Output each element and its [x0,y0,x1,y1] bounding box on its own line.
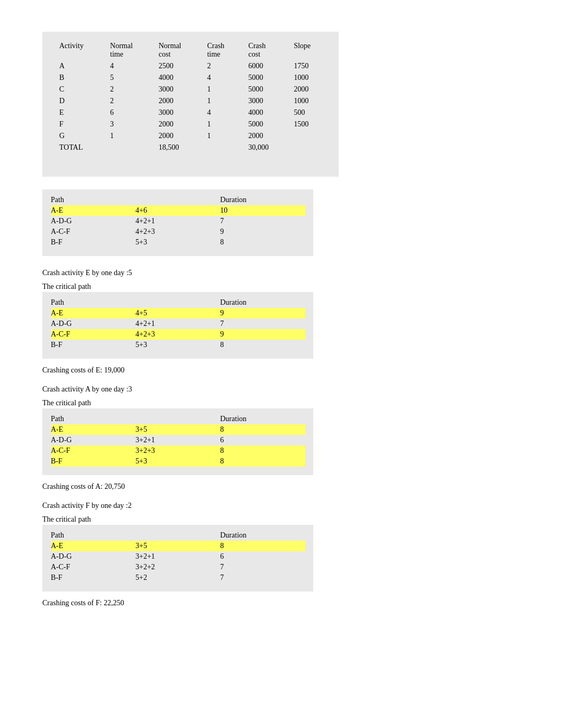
duration-cell: 8 [220,541,305,551]
path-row: A-C-F4+2+39 [51,329,305,340]
duration-cell: 9 [220,308,305,319]
path-row: B-F5+38 [51,456,305,467]
section2-calc-col [135,414,220,424]
table-header-row: Activity Normaltime Normalcost Crashtime… [53,40,328,60]
path-cell: A-E [51,541,135,551]
duration-cell: 7 [220,562,305,572]
path-cell: B-F [51,456,135,467]
table-cell: 500 [287,107,328,119]
calc-cell: 5+3 [135,340,220,350]
initial-paths-table: Path Duration A-E4+610A-D-G4+2+17A-C-F4+… [42,189,313,256]
table-cell: 2000 [242,130,287,142]
calc-cell: 3+5 [135,424,220,435]
calc-cell: 5+3 [135,456,220,467]
section2: Crash activity A by one day :3 The criti… [42,385,520,491]
path-col-header: Path [51,195,135,205]
table-cell: 2 [104,95,152,107]
calc-cell: 4+2+1 [135,216,220,226]
duration-cell: 6 [220,551,305,562]
table-cell: 1750 [287,60,328,72]
section3-calc-col [135,530,220,541]
section2-path-header: Path Duration [51,414,305,424]
section3-duration-col: Duration [220,530,305,541]
table-cell: 4 [201,107,242,119]
path-row: B-F5+27 [51,572,305,583]
table-cell [287,142,328,153]
section1: Crash activity E by one day :5 The criti… [42,269,520,375]
path-row: A-C-F4+2+39 [51,226,305,237]
col-header-normal-cost: Normalcost [152,40,201,60]
duration-cell: 8 [220,340,305,350]
path-cell: A-D-G [51,435,135,445]
col-header-slope: Slope [287,40,328,60]
section1-calc-col [135,297,220,308]
section1-crash-note: Crash activity E by one day :5 [42,269,520,277]
path-row: A-E4+59 [51,308,305,319]
path-cell: B-F [51,237,135,248]
path-cell: A-C-F [51,445,135,456]
table-cell: 2000 [152,130,201,142]
table-row: G1200012000 [53,130,328,142]
calc-cell: 4+6 [135,205,220,216]
duration-cell: 6 [220,435,305,445]
path-row: A-D-G4+2+17 [51,319,305,329]
table-cell: 2 [201,60,242,72]
duration-cell: 9 [220,226,305,237]
path-row: B-F5+38 [51,340,305,350]
table-cell: 5000 [242,84,287,95]
section1-path-col: Path [51,297,135,308]
table-cell: 2000 [287,84,328,95]
section3-path-col: Path [51,530,135,541]
calc-cell: 5+3 [135,237,220,248]
path-row: A-E3+58 [51,424,305,435]
calc-cell: 3+2+3 [135,445,220,456]
table-cell: 4000 [152,72,201,84]
path-row: A-D-G3+2+16 [51,551,305,562]
section2-duration-col: Duration [220,414,305,424]
table-row: D22000130001000 [53,95,328,107]
table-cell [104,142,152,153]
path-cell: A-D-G [51,319,135,329]
calc-cell: 4+2+3 [135,226,220,237]
table-cell: 3 [104,119,152,130]
calc-cell: 3+2+1 [135,551,220,562]
section2-critical-label: The critical path [42,399,520,407]
section2-paths-table: Path Duration A-E3+58A-D-G3+2+16A-C-F3+2… [42,408,313,475]
duration-cell: 7 [220,572,305,583]
path-row: A-D-G3+2+16 [51,435,305,445]
col-header-activity: Activity [53,40,104,60]
calc-cell: 5+2 [135,572,220,583]
section2-crash-note: Crash activity A by one day :3 [42,385,520,394]
path-cell: B-F [51,340,135,350]
table-cell: 1 [201,84,242,95]
section3-path-header: Path Duration [51,530,305,541]
path-cell: A-D-G [51,216,135,226]
table-cell: E [53,107,104,119]
duration-cell: 8 [220,424,305,435]
calc-cell: 4+2+3 [135,329,220,340]
table-row: C23000150002000 [53,84,328,95]
duration-cell: 8 [220,445,305,456]
table-cell: 3000 [152,84,201,95]
section1-paths-table: Path Duration A-E4+59A-D-G4+2+17A-C-F4+2… [42,292,313,359]
path-row: A-E3+58 [51,541,305,551]
table-cell: 5000 [242,119,287,130]
path-cell: A-E [51,205,135,216]
path-cell: A-E [51,308,135,319]
table-cell: 1 [201,95,242,107]
table-cell: 1000 [287,72,328,84]
path-row: A-D-G4+2+17 [51,216,305,226]
duration-cell: 7 [220,216,305,226]
table-row: E6300044000500 [53,107,328,119]
section2-cost-note: Crashing costs of A: 20,750 [42,483,520,491]
table-cell: 5000 [242,72,287,84]
table-cell: 2500 [152,60,201,72]
path-cell: A-D-G [51,551,135,562]
section3: Crash activity F by one day :2 The criti… [42,502,520,607]
col-header-normal-time: Normaltime [104,40,152,60]
table-cell: 2000 [152,119,201,130]
section1-duration-col: Duration [220,297,305,308]
duration-cell: 10 [220,205,305,216]
table-cell: 3000 [152,107,201,119]
section1-path-header: Path Duration [51,297,305,308]
